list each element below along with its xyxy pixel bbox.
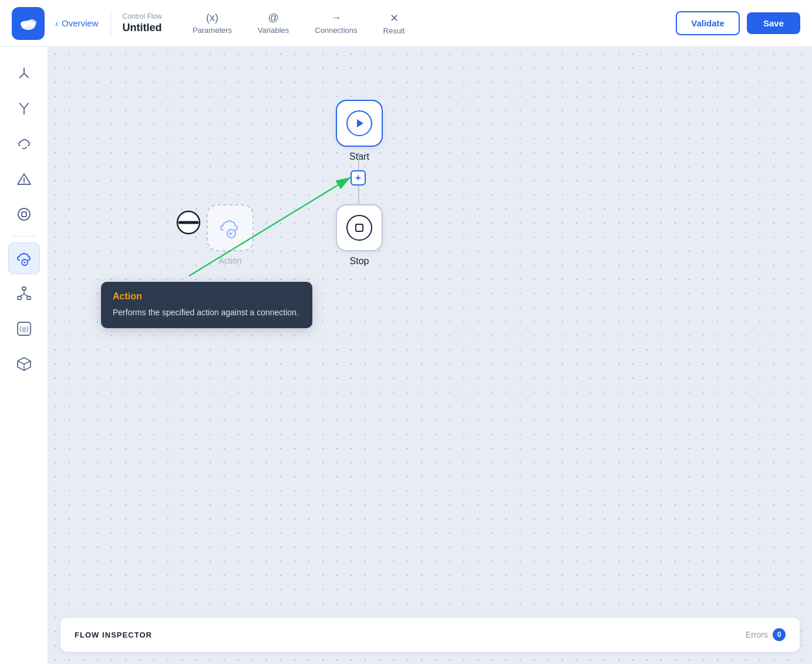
sidebar-item-stop-circle[interactable] <box>8 198 40 230</box>
start-node-box[interactable] <box>336 100 383 147</box>
logo[interactable] <box>12 7 45 40</box>
tab-result-label: Result <box>383 26 405 35</box>
sidebar-item-merge[interactable] <box>8 93 40 124</box>
main-area: {@} Start <box>0 47 812 664</box>
tooltip: Action Performs the specified action aga… <box>101 282 312 328</box>
tab-variables-label: Variables <box>258 26 289 35</box>
stop-node: Stop <box>336 204 383 267</box>
svg-point-5 <box>18 208 30 220</box>
back-button[interactable]: ‹ Overview <box>55 18 99 28</box>
connector-line-top <box>358 151 359 170</box>
canvas[interactable]: Start + Stop <box>48 47 812 664</box>
sidebar-divider <box>12 236 36 237</box>
svg-rect-6 <box>22 212 26 217</box>
svg-marker-20 <box>357 119 363 127</box>
svg-rect-9 <box>22 287 26 290</box>
flow-inspector: FLOW INSPECTOR Errors 0 <box>60 617 800 652</box>
action-placeholder[interactable]: Action <box>207 204 254 265</box>
sidebar-item-cloud-refresh[interactable] <box>8 128 40 160</box>
no-entry-icon <box>176 210 201 240</box>
sidebar-item-package[interactable] <box>8 348 40 380</box>
back-label: Overview <box>62 18 99 28</box>
svg-point-2 <box>27 19 36 26</box>
svg-marker-8 <box>23 261 26 264</box>
header: ‹ Overview Control Flow Untitled (x) Par… <box>0 0 812 47</box>
svg-line-14 <box>24 294 29 296</box>
plus-icon: + <box>355 173 360 183</box>
stop-icon <box>346 215 372 241</box>
variables-icon: @ <box>268 12 279 24</box>
sidebar-item-alert[interactable] <box>8 163 40 195</box>
plus-connector[interactable]: + <box>351 170 366 186</box>
tooltip-text: Performs the specified action against a … <box>113 306 301 319</box>
inspector-errors: Errors 0 <box>746 628 786 641</box>
validate-button[interactable]: Validate <box>676 11 740 35</box>
tab-connections-label: Connections <box>315 26 357 35</box>
connector-line-bottom <box>358 186 359 204</box>
connections-icon: → <box>331 12 341 24</box>
action-box <box>207 204 254 251</box>
svg-marker-23 <box>230 232 233 235</box>
sidebar-item-code[interactable]: {@} <box>8 313 40 345</box>
sidebar-item-network[interactable] <box>8 278 40 309</box>
tab-connections[interactable]: → Connections <box>302 7 370 40</box>
svg-text:{@}: {@} <box>18 326 29 332</box>
parameters-icon: (x) <box>206 12 218 24</box>
sidebar: {@} <box>0 47 48 664</box>
tab-parameters[interactable]: (x) Parameters <box>180 7 245 40</box>
svg-rect-10 <box>18 296 21 299</box>
svg-line-18 <box>18 361 24 364</box>
stop-node-box[interactable] <box>336 204 383 251</box>
svg-line-13 <box>19 294 24 296</box>
start-node: Start <box>336 100 383 162</box>
back-arrow-icon: ‹ <box>55 18 58 28</box>
svg-rect-21 <box>356 224 363 231</box>
flow-label: Control Flow <box>123 12 162 21</box>
stop-label: Stop <box>350 256 369 267</box>
header-divider <box>110 11 111 36</box>
sidebar-item-branch[interactable] <box>8 58 40 89</box>
tooltip-title: Action <box>113 291 301 302</box>
svg-line-19 <box>24 361 31 364</box>
result-icon: ✕ <box>390 12 399 25</box>
sidebar-item-action-cloud[interactable] <box>8 242 40 274</box>
start-icon <box>346 110 372 136</box>
tab-result[interactable]: ✕ Result <box>370 7 418 40</box>
tab-variables[interactable]: @ Variables <box>245 7 302 40</box>
svg-point-4 <box>23 183 25 184</box>
header-tabs: (x) Parameters @ Variables → Connections… <box>180 7 676 40</box>
svg-rect-11 <box>27 296 31 299</box>
inspector-title: FLOW INSPECTOR <box>75 631 152 639</box>
errors-label: Errors <box>746 630 768 639</box>
tab-parameters-label: Parameters <box>193 26 232 35</box>
flow-title: Untitled <box>123 22 162 34</box>
header-actions: Validate Save <box>676 11 800 35</box>
flow-info: Control Flow Untitled <box>123 12 162 34</box>
action-placeholder-label: Action <box>219 256 242 265</box>
errors-count: 0 <box>773 628 786 641</box>
save-button[interactable]: Save <box>747 12 800 34</box>
